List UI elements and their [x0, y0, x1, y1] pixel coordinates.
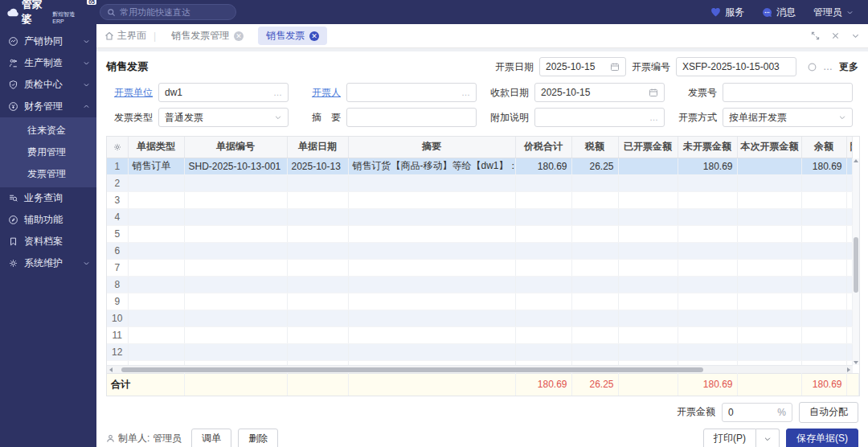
quick-search[interactable]	[100, 4, 236, 20]
chevron-down-icon[interactable]	[838, 113, 846, 121]
field-billing-unit: 开票单位dw1…	[106, 83, 289, 102]
invoice-amount-label: 开票金额	[677, 405, 715, 419]
sidebar-item-manufacturing[interactable]: 生产制造	[0, 52, 96, 74]
maker-label: 制单人:	[118, 432, 149, 445]
table-row[interactable]: 11	[107, 326, 853, 343]
sidebar-item-finance[interactable]: 财务管理	[0, 96, 96, 117]
print-button[interactable]: 打印(P)	[703, 429, 756, 447]
maker-value: 管理员	[153, 432, 182, 445]
scroll-right-arrow[interactable]	[847, 367, 850, 372]
table-row[interactable]: 2	[107, 174, 853, 191]
calendar-icon	[610, 62, 620, 72]
more-link[interactable]: 更多	[839, 60, 858, 74]
billing-unit-label[interactable]: 开票单位	[106, 86, 153, 100]
brand-name: 管家婆	[22, 0, 50, 27]
calendar-icon[interactable]	[649, 88, 658, 97]
sidebar-subitem-invoice[interactable]: 发票管理	[0, 163, 96, 185]
table-row[interactable]: 4	[107, 208, 853, 225]
scroll-left-arrow[interactable]	[109, 367, 113, 372]
chevron-down-icon[interactable]	[274, 113, 282, 121]
table-row[interactable]: 12	[107, 343, 853, 360]
heart-icon	[710, 7, 721, 17]
more-options-ellipsis[interactable]: …	[823, 61, 833, 72]
column-settings[interactable]	[107, 137, 128, 158]
tab-close-icon[interactable]: ✕	[309, 31, 319, 41]
column-header: 摘要	[348, 137, 515, 158]
additional-note-label: 附加说明	[482, 111, 529, 125]
sidebar-item-label: 质检中心	[24, 78, 77, 92]
sidebar-subitem-funds[interactable]: 往来资金	[0, 120, 96, 141]
chevron-up-icon	[83, 103, 90, 110]
billing-method-input[interactable]: 按单据开发票	[723, 108, 853, 127]
service-menu[interactable]: 服务	[710, 6, 744, 19]
close-icon[interactable]	[831, 31, 840, 40]
scroll-down-arrow[interactable]	[854, 361, 858, 364]
field-invoice-number: 发票号	[670, 83, 853, 102]
additional-note-input[interactable]: …	[534, 108, 665, 127]
vertical-scroll-thumb[interactable]	[854, 237, 858, 293]
chevron-down-icon	[83, 59, 90, 67]
messages-menu[interactable]: 消息	[762, 6, 796, 19]
summary-input[interactable]	[346, 108, 477, 127]
invoice-code-input[interactable]: XSFP-2025-10-15-003	[676, 57, 796, 76]
billing-unit-input[interactable]: dw1…	[158, 83, 289, 102]
tab-divider: |	[154, 31, 156, 42]
home-tab[interactable]: 主界面	[104, 29, 146, 43]
sidebar-item-auxiliary[interactable]: 辅助功能	[0, 209, 96, 231]
tab-sales-invoice[interactable]: 销售发票✕	[258, 27, 327, 45]
receipt-date-input[interactable]: 2025-10-15	[534, 83, 665, 102]
home-icon	[104, 31, 114, 41]
collapse-icon[interactable]	[851, 31, 860, 40]
table-row[interactable]: 1销售订单SHD-2025-10-13-0012025-10-13销售订货【商品…	[107, 158, 853, 174]
horizontal-scrollbar[interactable]	[107, 365, 853, 373]
invoice-type-value: 普通发票	[165, 111, 274, 125]
refresh-icon[interactable]	[807, 62, 817, 72]
sidebar-item-archives[interactable]: 资料档案	[0, 231, 96, 252]
page-title: 销售发票	[106, 59, 148, 74]
tab-sales-invoice-management[interactable]: 销售发票管理✕	[163, 27, 252, 45]
table-row[interactable]: 10	[107, 310, 853, 326]
sidebar-item-business-query[interactable]: 业务查询	[0, 187, 96, 209]
tab-close-icon[interactable]: ✕	[234, 31, 244, 41]
sidebar-item-quality-center[interactable]: 质检中心	[0, 74, 96, 96]
finance-icon	[8, 101, 18, 112]
chat-bubble-icon	[762, 7, 772, 18]
invoice-date-label: 开票日期	[495, 60, 534, 74]
invoice-type-input[interactable]: 普通发票	[158, 108, 289, 127]
expand-icon[interactable]	[811, 31, 820, 40]
invoice-grid: 单据类型单据编号单据日期摘要价税合计税额已开票金额未开票金额本次开票金额余额附加…	[106, 136, 860, 396]
auxiliary-icon	[8, 215, 18, 225]
column-header: 单据日期	[287, 137, 348, 158]
sidebar-item-label: 业务查询	[24, 191, 90, 205]
table-row[interactable]: 6	[107, 242, 853, 259]
horizontal-scroll-thumb[interactable]	[121, 367, 703, 372]
ellipsis-icon: …	[461, 88, 470, 97]
query-icon	[8, 193, 18, 203]
scroll-up-arrow[interactable]	[854, 159, 858, 162]
table-row[interactable]: 7	[107, 259, 853, 276]
table-row[interactable]: 5	[107, 225, 853, 242]
retrieve-doc-button[interactable]: 调单	[191, 429, 231, 447]
invoice-date-input[interactable]: 2025-10-15	[539, 57, 626, 76]
drawer-label[interactable]: 开票人	[294, 86, 341, 100]
vertical-scrollbar[interactable]	[853, 158, 859, 365]
table-row[interactable]: 8	[107, 276, 853, 293]
sidebar-item-system-maintenance[interactable]: 系统维护	[0, 252, 96, 274]
table-row[interactable]: 9	[107, 293, 853, 310]
maintenance-icon	[8, 258, 18, 269]
search-icon	[107, 8, 116, 17]
sidebar-item-label: 辅助功能	[24, 213, 90, 227]
print-dropdown-button[interactable]	[756, 429, 780, 447]
invoice-amount-input[interactable]: 0 %	[722, 403, 792, 422]
drawer-input[interactable]: …	[346, 83, 477, 102]
auto-allocate-button[interactable]: 自动分配	[799, 402, 858, 423]
search-input[interactable]	[120, 7, 229, 17]
total-tax: 26.25	[571, 374, 618, 396]
save-button[interactable]: 保存单据(S)	[786, 429, 858, 447]
table-row[interactable]: 3	[107, 191, 853, 208]
delete-button[interactable]: 删除	[238, 429, 278, 447]
sidebar-item-collaboration[interactable]: 产销协同	[0, 31, 96, 52]
sidebar-subitem-expense[interactable]: 费用管理	[0, 141, 96, 163]
invoice-number-input[interactable]	[723, 83, 853, 102]
user-menu[interactable]: 管理员	[813, 6, 854, 19]
